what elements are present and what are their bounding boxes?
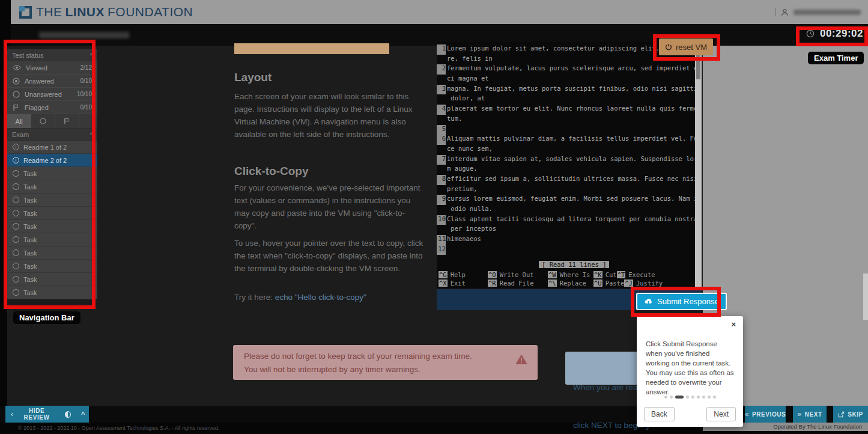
flag-icon	[13, 104, 20, 111]
status-count: 2/12	[80, 64, 92, 71]
item-status-icon	[13, 263, 19, 269]
redacted-exam-title	[39, 32, 129, 38]
submit-response-button[interactable]: Submit Response	[636, 293, 727, 310]
terminal-line: per inceptos	[437, 225, 695, 235]
layout-heading: Layout	[234, 71, 272, 84]
exam-nav-item[interactable]: Task	[7, 286, 97, 299]
line-text: ce nunc sem,	[447, 145, 493, 155]
item-status-icon	[13, 249, 19, 256]
shortcut-key: ^\	[548, 280, 557, 287]
user-account-area[interactable]	[775, 8, 861, 16]
nano-shortcut: ^O Write Out	[488, 271, 548, 278]
nano-shortcut-row-2: ^X Exit ^R Read File ^\ Replace ^U Paste	[439, 280, 693, 287]
exam-nav-item[interactable]: Task	[7, 167, 97, 180]
pagination-dot[interactable]	[713, 396, 716, 399]
pagination-dot[interactable]	[691, 396, 694, 399]
line-text: Lorem ipsum dolor sit amet, consectetur …	[447, 44, 695, 55]
exam-timer: 00:29:02	[806, 28, 863, 40]
exam-nav-item[interactable]: Task	[7, 273, 97, 286]
exam-nav-item[interactable]: Readme 1 of 2	[7, 141, 97, 154]
pagination-dot[interactable]	[708, 396, 711, 399]
filter-tab-all[interactable]: All	[7, 114, 31, 128]
reset-vm-label: reset VM	[676, 43, 707, 52]
next-button[interactable]: » NEXT	[793, 406, 827, 423]
test-status-title: Test status	[12, 52, 44, 59]
status-row-viewed[interactable]: Viewed 2/12	[7, 61, 97, 75]
exam-nav-item[interactable]: Task	[7, 194, 97, 207]
pagination-dot[interactable]	[697, 396, 700, 399]
shortcut-label: Where Is	[560, 271, 590, 278]
nano-shortcut: ^X Exit	[439, 280, 488, 287]
exam-nav-item[interactable]: Task	[7, 260, 97, 273]
filter-tab-unanswered[interactable]	[31, 114, 55, 128]
exam-nav-item[interactable]: Task	[7, 246, 97, 260]
tour-next-button[interactable]: Next	[706, 407, 736, 421]
exam-nav-item[interactable]: Task	[7, 180, 97, 194]
terminal-line: 6 Aliquam mattis pulvinar diam, a facili…	[437, 135, 695, 145]
tour-back-button[interactable]: Back	[644, 407, 675, 421]
exam-nav-item[interactable]: Task	[7, 207, 97, 220]
click-to-copy-command[interactable]: echo "Hello click-to-copy"	[275, 293, 366, 302]
contrast-toggle-icon[interactable]	[65, 411, 71, 418]
line-number: 9	[437, 195, 446, 205]
item-status-icon	[13, 170, 19, 177]
pagination-dot[interactable]	[686, 396, 689, 399]
linux-foundation-logo: THE LINUX FOUNDATION	[19, 5, 193, 19]
pagination-dot[interactable]	[664, 396, 667, 399]
terminal-line: 8 efficitur sed ipsum a, sollicitudin ul…	[437, 175, 695, 185]
next-label: NEXT	[805, 411, 822, 418]
shortcut-label: Write Out	[500, 271, 534, 278]
line-number	[437, 145, 446, 155]
exam-nav-item[interactable]: Task	[7, 220, 97, 233]
reset-vm-button[interactable]: reset VM	[659, 38, 713, 55]
status-row-flagged[interactable]: Flagged 0/10	[7, 101, 97, 114]
click-to-copy-heading: Click-to-Copy	[234, 165, 309, 177]
item-status-icon	[13, 210, 19, 216]
skip-button[interactable]: SKIP	[833, 406, 868, 423]
exam-section-header[interactable]: Exam ^	[7, 129, 97, 141]
terminal-line: pretium,	[437, 185, 695, 195]
exam-nav-item[interactable]: Readme 2 of 2	[7, 154, 97, 167]
pagination-dot[interactable]	[670, 396, 673, 399]
brand-the: THE	[36, 5, 62, 19]
line-number: 8	[437, 175, 446, 185]
vm-terminal[interactable]: 1 Lorem ipsum dolor sit amet, consectetu…	[437, 42, 695, 289]
status-row-unanswered[interactable]: Unanswered 10/10	[7, 88, 97, 101]
exam-nav-item[interactable]: Task	[7, 233, 97, 246]
shortcut-label: Justify	[636, 280, 663, 287]
close-icon[interactable]: ×	[731, 320, 736, 329]
shortcut-label: Execute	[628, 271, 655, 278]
terminal-line: m augue,	[437, 165, 695, 175]
terminal-line: 1 Lorem ipsum dolor sit amet, consectetu…	[437, 44, 695, 55]
nano-shortcut: ^W Where Is	[548, 271, 593, 278]
try-it-here-line: Try it here: echo "Hello click-to-copy"	[234, 291, 423, 304]
shortcut-key: ^T	[617, 271, 626, 278]
line-number	[437, 185, 446, 195]
status-count: 10/10	[77, 91, 92, 97]
test-status-header[interactable]: Test status ^	[7, 49, 97, 61]
page-scrollbar-thumb[interactable]	[863, 274, 868, 320]
line-text: per inceptos	[447, 225, 496, 235]
item-label: Task	[23, 183, 37, 191]
nano-shortcut: ^R Read File	[488, 280, 548, 287]
shortcut-key: ^X	[439, 280, 448, 287]
hide-review-label: HIDE REVIEW	[17, 408, 57, 421]
brand-text: THE LINUX FOUNDATION	[36, 5, 193, 19]
tour-popup-text: Click Submit Response when you've finish…	[646, 339, 734, 397]
app-header: THE LINUX FOUNDATION	[11, 0, 868, 24]
status-count: 0/10	[80, 104, 92, 111]
shortcut-key: ^K	[593, 271, 602, 278]
previous-button[interactable]: « PREVIOUS	[745, 406, 786, 423]
item-status-icon	[13, 157, 19, 164]
line-number: 3	[437, 85, 446, 95]
terminal-line: ce nunc sem,	[437, 145, 695, 155]
tour-pagination-dots	[637, 396, 743, 399]
status-row-answered[interactable]: Answered 0/10	[7, 75, 97, 88]
line-text: tum.	[447, 115, 462, 125]
copyright-text: © 2013 - 2022 - 2022.10 - Open Assessmen…	[18, 425, 219, 431]
filter-tab-flagged[interactable]	[55, 114, 79, 128]
pagination-dot[interactable]	[675, 396, 684, 399]
chevron-up-icon[interactable]: ^	[81, 411, 85, 418]
hide-review-button[interactable]: ‹ HIDE REVIEW ^	[5, 406, 89, 423]
pagination-dot[interactable]	[702, 396, 705, 399]
